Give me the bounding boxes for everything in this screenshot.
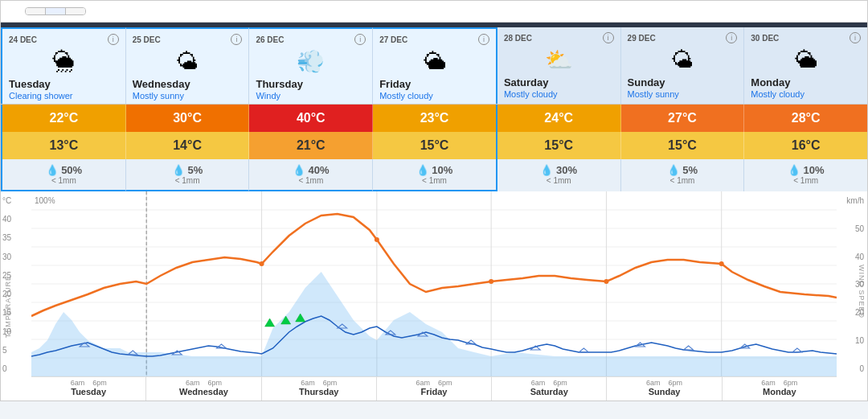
info-icon[interactable]: i (478, 34, 489, 45)
x-axis-tuesday-times: 6am 6pm (31, 379, 145, 387)
temp-low-tuesday: 13°C (1, 132, 126, 159)
weather-icon: ⛅ (504, 47, 614, 73)
forecast-cards-row: 24 DEC i 🌦 Tuesday Clearing shower 25 DE… (1, 27, 867, 105)
card-date: 26 DEC (256, 35, 284, 44)
info-icon[interactable]: i (726, 32, 737, 43)
card-date: 30 DEC (751, 34, 779, 43)
card-day-name: Sunday (628, 76, 738, 88)
forecast-card-saturday[interactable]: 28 DEC i ⛅ Saturday Mostly cloudy (497, 27, 621, 104)
temp-low-friday: 15°C (373, 132, 497, 159)
weather-icon: 🌤 (628, 47, 738, 73)
rain-mm: < 1mm (252, 176, 369, 185)
weather-icon: 🌥 (379, 48, 489, 75)
card-day-name: Thursday (256, 78, 366, 90)
card-condition: Mostly cloudy (751, 89, 861, 99)
card-condition: Mostly cloudy (379, 91, 489, 101)
temp-high-row: 22°C30°C40°C23°C24°C27°C28°C (1, 105, 867, 132)
forecast-card-wednesday[interactable]: 25 DEC i 🌤 Wednesday Mostly sunny (126, 27, 250, 104)
forecast-card-monday[interactable]: 30 DEC i 🌥 Monday Mostly cloudy (744, 27, 867, 104)
rain-mm: < 1mm (624, 176, 741, 185)
rain-pct: 💧 5% (624, 164, 741, 176)
svg-marker-31 (684, 346, 694, 350)
chart-area: °C 40 35 30 25 20 15 10 5 0 km/h 50 40 3… (1, 191, 867, 401)
temp-high-wednesday: 30°C (126, 105, 250, 132)
weather-icon: 💨 (256, 48, 366, 75)
card-condition: Mostly cloudy (504, 89, 614, 99)
x-axis-saturday: 6am 6pm Saturday (492, 377, 607, 401)
rain-cell-monday: 💧 10% < 1mm (744, 159, 867, 191)
rain-cell-tuesday: 💧 50% < 1mm (1, 159, 126, 191)
temp-high-saturday: 24°C (497, 105, 621, 132)
y-right-unit: km/h (838, 196, 864, 205)
temp-low-monday: 16°C (744, 132, 867, 159)
card-date: 24 DEC (9, 35, 37, 44)
header (1, 1, 867, 23)
info-icon[interactable]: i (108, 34, 119, 45)
x-axis-monday: 6am 6pm Monday (723, 377, 837, 401)
app-container: 24 DEC i 🌦 Tuesday Clearing shower 25 DE… (0, 0, 868, 401)
weather-icon: 🌥 (751, 47, 861, 73)
svg-point-34 (260, 261, 264, 266)
x-axis-friday: 6am 6pm Friday (377, 377, 492, 401)
temp-high-monday: 28°C (744, 105, 867, 132)
card-condition: Clearing shower (9, 91, 119, 101)
forecast-card-thursday[interactable]: 26 DEC i 💨 Thursday Windy (249, 27, 373, 104)
x-axis-thursday: 6am 6pm Thursday (262, 377, 377, 401)
temp-high-thursday: 40°C (249, 105, 373, 132)
card-day-name: Tuesday (9, 78, 119, 90)
card-condition: Mostly sunny (133, 91, 243, 101)
card-date: 27 DEC (379, 35, 407, 44)
temp-low-thursday: 21°C (249, 132, 373, 159)
svg-point-36 (489, 279, 493, 284)
10day-button[interactable] (66, 8, 85, 14)
forecast-card-tuesday[interactable]: 24 DEC i 🌦 Tuesday Clearing shower (1, 27, 126, 104)
rain-pct: 💧 40% (252, 164, 369, 176)
card-day-name: Friday (379, 78, 489, 90)
x-axis-sunday: 6am 6pm Sunday (607, 377, 722, 401)
temp-low-wednesday: 14°C (126, 132, 250, 159)
rain-row: 💧 50% < 1mm 💧 5% < 1mm 💧 40% < 1mm 💧 10%… (1, 159, 867, 191)
x-axis-tuesday: 6am 6pm Tuesday (31, 377, 146, 401)
chart-svg (31, 191, 837, 376)
rain-mm: < 1mm (501, 176, 617, 185)
card-date: 25 DEC (133, 35, 161, 44)
forecast-card-sunday[interactable]: 29 DEC i 🌤 Sunday Mostly sunny (621, 27, 745, 104)
info-icon[interactable]: i (850, 32, 861, 43)
rain-cell-saturday: 💧 30% < 1mm (497, 159, 621, 191)
info-icon[interactable]: i (354, 34, 366, 45)
temp-high-sunday: 27°C (621, 105, 745, 132)
y-axis-left: °C 40 35 30 25 20 15 10 5 0 (1, 191, 31, 376)
rain-mm: < 1mm (6, 176, 122, 185)
day-button-group (25, 7, 86, 15)
x-axis-wednesday: 6am 6pm Wednesday (146, 377, 261, 401)
rain-mm: < 1mm (129, 176, 246, 185)
svg-point-35 (375, 237, 379, 242)
temp-high-friday: 23°C (373, 105, 497, 132)
7day-button[interactable] (46, 8, 66, 14)
card-date: 29 DEC (628, 34, 656, 43)
y-left-unit: °C (2, 196, 30, 205)
rain-cell-friday: 💧 10% < 1mm (373, 159, 497, 191)
temp-low-row: 13°C14°C21°C15°C15°C15°C16°C (1, 132, 867, 159)
rain-cell-sunday: 💧 5% < 1mm (621, 159, 745, 191)
temp-high-tuesday: 22°C (1, 105, 126, 132)
forecast-card-friday[interactable]: 27 DEC i 🌥 Friday Mostly cloudy (373, 27, 497, 104)
info-icon[interactable]: i (231, 34, 242, 45)
card-day-name: Saturday (504, 76, 614, 88)
info-icon[interactable]: i (603, 32, 614, 43)
rain-cell-wednesday: 💧 5% < 1mm (126, 159, 250, 191)
svg-point-38 (719, 261, 724, 266)
rain-cell-thursday: 💧 40% < 1mm (249, 159, 373, 191)
temp-low-sunday: 15°C (621, 132, 745, 159)
card-date: 28 DEC (504, 34, 532, 43)
rain-pct: 💧 5% (129, 164, 246, 176)
rain-pct: 💧 30% (501, 164, 617, 176)
card-day-name: Monday (751, 76, 861, 88)
svg-point-37 (604, 279, 608, 284)
3day-button[interactable] (26, 8, 46, 14)
x-axis-row: 6am 6pm Tuesday 6am 6pm Wednesday 6am 6p… (31, 376, 837, 401)
rain-pct: 💧 50% (6, 164, 122, 176)
rain-mm: < 1mm (747, 176, 864, 185)
y-axis-right: km/h 50 40 30 20 10 0 (837, 191, 867, 376)
card-condition: Windy (256, 91, 366, 101)
